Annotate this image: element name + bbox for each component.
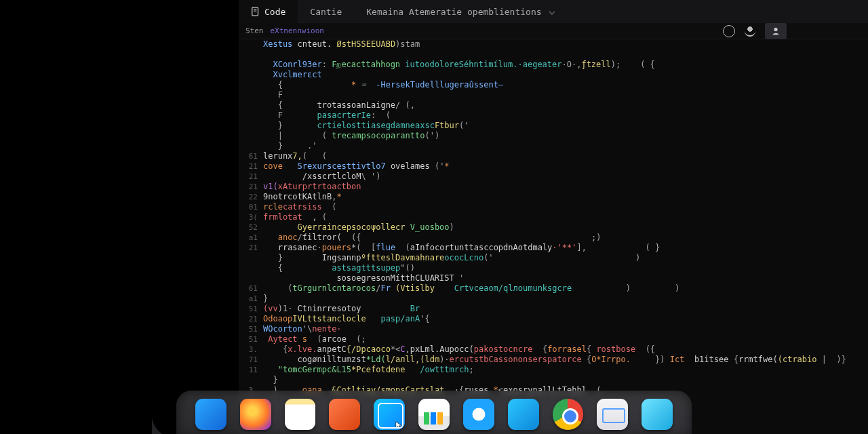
line-number: 01 (245, 202, 263, 212)
line-number (245, 50, 263, 60)
file-icon (251, 7, 260, 16)
code-line[interactable]: 61 (tGrgurnlcntarocos/Fr (Vtislby Crtvce… (245, 283, 868, 294)
line-number: 61 (245, 151, 263, 161)
code-text: { trotassoanLaigne/ (, (263, 100, 868, 111)
dock-app-safari[interactable] (463, 399, 494, 430)
svg-point-3 (774, 28, 777, 31)
code-line[interactable]: 229notrcotKAtlnB,* (245, 192, 868, 202)
line-number (245, 253, 263, 263)
code-text: XConrl93er: Fறecacttahhogn iutoodoloreSé… (263, 60, 868, 70)
code-line[interactable]: F (245, 90, 868, 100)
svg-rect-0 (252, 7, 258, 16)
tab-label: Cantie (310, 7, 342, 17)
code-line[interactable]: 51(vv)1· Ctninrresotoy Br (245, 304, 868, 314)
code-line[interactable]: XConrl93er: Fறecacttahhogn iutoodoloreSé… (245, 60, 868, 70)
search-term[interactable]: eXtnennwioon (271, 26, 324, 35)
code-line[interactable]: sosoegresonMítthCLUARISТ ' (245, 273, 868, 283)
notification-icon[interactable] (745, 26, 755, 37)
line-number: 22 (245, 192, 263, 202)
dock-app-mail[interactable] (597, 399, 628, 430)
code-text: Xvclmerɛct (263, 70, 868, 80)
code-text: cogønilltumzst*Ld(l/aлll,(ldm)·ercutstbC… (263, 355, 868, 365)
dock-app-xcode[interactable] (374, 399, 405, 430)
line-number: 21 (245, 243, 263, 253)
dock-app-numbers[interactable] (418, 399, 450, 430)
line-number: 52 (245, 222, 263, 233)
code-line[interactable]: 51 Aytect s (arcoe (; (245, 334, 868, 344)
code-line[interactable]: 21 rrasanec·pouers*( [flue (aInfocortunt… (245, 243, 868, 253)
code-text: WOcorton'\nente· (263, 324, 868, 334)
code-line[interactable]: } crtielosttiasegdamneaxscFtbur(' (245, 121, 868, 131)
code-line[interactable]: 71 cogønilltumzst*Ld(l/aлll,(ldm)·ercuts… (245, 355, 868, 365)
line-number (245, 111, 263, 121)
line-number (245, 121, 263, 131)
code-text: rrasanec·pouers*( [flue (aInfocortunttas… (263, 243, 868, 253)
tab-label: Kemaina Atemeratie opemblientions (366, 7, 541, 17)
code-line[interactable]: } .' (245, 141, 868, 151)
line-number: 21 (245, 314, 263, 324)
code-text: } (263, 294, 868, 304)
code-line[interactable]: | ( trecampsocoparantto(') (245, 131, 868, 141)
code-line[interactable]: 21 /xsscrtlcloM\ ') (245, 172, 868, 182)
code-line[interactable]: } IngsannpºftteslDavmahnareococLcno(' ) (245, 253, 868, 263)
dock-app-ppt[interactable] (329, 399, 360, 430)
user-badge[interactable] (765, 23, 787, 39)
code-line[interactable]: 21v1(xAturprtrtoactbon (245, 182, 868, 192)
line-number: 21 (245, 172, 263, 182)
line-number: a1 (245, 233, 263, 243)
code-line[interactable]: 61lerunx7,( ( (245, 151, 868, 161)
dock-app-chrome[interactable] (553, 399, 584, 430)
code-text: Xestus cnteut. ØstHSSEEUABD)stam (263, 39, 868, 50)
code-line[interactable]: 21OdoaopIVLttstanclocle pasp/anA'{ (245, 314, 868, 324)
line-number: 3. (245, 344, 263, 355)
svg-rect-1 (254, 9, 256, 10)
tab-cantie[interactable]: Cantie (298, 0, 354, 23)
code-line[interactable]: a1 anoc/ťiltror( ({ ;) (245, 233, 868, 243)
code-editor[interactable]: Xestus cnteut. ØstHSSEEUABD)stam XConrl9… (239, 39, 868, 416)
code-line[interactable]: { * = -HersekTudelllugeraûssent— (245, 80, 868, 90)
dock-app-skype[interactable] (508, 399, 539, 430)
code-text: { * = -HersekTudelllugeraûssent— (263, 80, 868, 90)
line-number (245, 80, 263, 90)
code-text: {x.lve.anpetC{/Dpcaoco*<C,pxLml.Aupocc(p… (263, 344, 868, 355)
dock-app-msg[interactable] (642, 399, 673, 430)
code-text: sosoegresonMítthCLUARISТ ' (263, 273, 868, 283)
toolbar-right (723, 23, 787, 39)
tab-code[interactable]: Code (239, 0, 298, 23)
code-text: } (263, 375, 868, 385)
search-icon[interactable] (723, 25, 735, 37)
code-text: | ( trecampsocoparantto(') (263, 131, 868, 141)
code-line[interactable]: 21cove Srexurscesttivtlo7 ovelames ('* (245, 161, 868, 172)
line-number: 51 (245, 304, 263, 314)
code-line[interactable]: 3(frmlotat , ( (245, 212, 868, 222)
cursor-icon (395, 420, 404, 429)
dock-app-firefox[interactable] (240, 399, 271, 430)
code-text: frmlotat , ( (263, 212, 868, 222)
code-line[interactable]: 01rclecatrsiss ( (245, 202, 868, 212)
code-text: cove Srexurscesttivtlo7 ovelames ('* (263, 161, 868, 172)
code-line[interactable]: 52 Gyerraincepsocoψollecr V_uosboo) (245, 222, 868, 233)
code-line[interactable]: Xestus cnteut. ØstHSSEEUABD)stam (245, 39, 868, 50)
editor-window: Code Cantie Kemaina Atemeratie opemblien… (239, 0, 868, 434)
code-text: OdoaopIVLttstanclocle pasp/anA'{ (263, 314, 868, 324)
code-line[interactable]: Xvclmerɛct (245, 70, 868, 80)
code-line[interactable]: } (245, 375, 868, 385)
code-line[interactable]: F pasacrterIe: ( (245, 111, 868, 121)
code-line[interactable]: 11 "tomcGermpc&L15*Pcefotdene /owtttmrch… (245, 365, 868, 375)
line-number (245, 39, 263, 50)
tab-kemaina[interactable]: Kemaina Atemeratie opemblientions (354, 0, 567, 23)
code-text: (tGrgurnlcntarocos/Fr (Vtislby Crtvceaom… (263, 283, 868, 294)
dock-app-finder[interactable] (195, 399, 226, 430)
code-line[interactable] (245, 50, 868, 60)
code-line[interactable]: a1} (245, 294, 868, 304)
line-number (245, 141, 263, 151)
code-line[interactable]: { astsagtttsupep"() (245, 263, 868, 273)
code-line[interactable]: 51WOcorton'\nente· (245, 324, 868, 334)
line-number: a1 (245, 294, 263, 304)
code-line[interactable]: { trotassoanLaigne/ (, (245, 100, 868, 111)
code-line[interactable]: 3. {x.lve.anpetC{/Dpcaoco*<C,pxLml.Aupoc… (245, 344, 868, 355)
line-number (245, 70, 263, 80)
line-number: 51 (245, 324, 263, 334)
dock-app-notes[interactable] (285, 399, 316, 430)
code-text: F pasacrterIe: ( (263, 111, 868, 121)
